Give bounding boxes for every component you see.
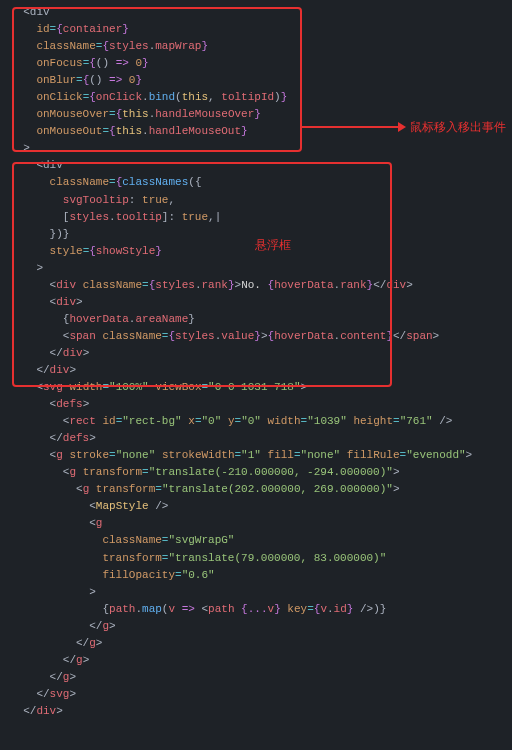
code-line: <span className={styles.value}>{hoverDat… — [10, 328, 512, 345]
code-line: [styles.tooltip]: true,| — [10, 209, 512, 226]
code-line: <MapStyle /> — [10, 498, 512, 515]
code-line: > — [10, 584, 512, 601]
code-line: </div> — [10, 362, 512, 379]
code-line: className={classNames({ — [10, 174, 512, 191]
code-line: </div> — [10, 345, 512, 362]
code-line: {path.map(v => <path {...v} key={v.id} /… — [10, 601, 512, 618]
code-line: <svg width="100%" viewBox="0 0 1031 718"… — [10, 379, 512, 396]
code-editor: <div id={container} className={styles.ma… — [0, 4, 512, 720]
code-line: {hoverData.areaName} — [10, 311, 512, 328]
code-line: <div — [10, 157, 512, 174]
code-line: fillOpacity="0.6" — [10, 567, 512, 584]
code-line: </g> — [10, 652, 512, 669]
code-line: </g> — [10, 669, 512, 686]
code-line: > — [10, 260, 512, 277]
annotation-tooltip: 悬浮框 — [255, 236, 291, 255]
code-line: transform="translate(79.000000, 83.00000… — [10, 550, 512, 567]
code-line: <g transform="translate(202.000000, 269.… — [10, 481, 512, 498]
code-line: </g> — [10, 618, 512, 635]
code-line: className="svgWrapG" — [10, 532, 512, 549]
code-line: <div className={styles.rank}>No. {hoverD… — [10, 277, 512, 294]
annotation-mouse-events: 鼠标移入移出事件 — [410, 118, 506, 137]
code-line: > — [10, 140, 512, 157]
code-line: onClick={onClick.bind(this, toltipId)} — [10, 89, 512, 106]
code-line: <g transform="translate(-210.000000, -29… — [10, 464, 512, 481]
code-line: svgTooltip: true, — [10, 192, 512, 209]
code-line: <g — [10, 515, 512, 532]
code-line: <div> — [10, 294, 512, 311]
arrow-line — [302, 126, 400, 128]
code-line: id={container} — [10, 21, 512, 38]
code-line: className={styles.mapWrap} — [10, 38, 512, 55]
code-line: </defs> — [10, 430, 512, 447]
code-line: onFocus={() => 0} — [10, 55, 512, 72]
arrow-head-icon — [398, 122, 406, 132]
code-line: onBlur={() => 0} — [10, 72, 512, 89]
code-line: <g stroke="none" strokeWidth="1" fill="n… — [10, 447, 512, 464]
code-line: </g> — [10, 635, 512, 652]
code-line: <rect id="rect-bg" x="0" y="0" width="10… — [10, 413, 512, 430]
code-line: </div> — [10, 703, 512, 720]
code-line: </svg> — [10, 686, 512, 703]
code-line: <div — [10, 4, 512, 21]
code-line: <defs> — [10, 396, 512, 413]
